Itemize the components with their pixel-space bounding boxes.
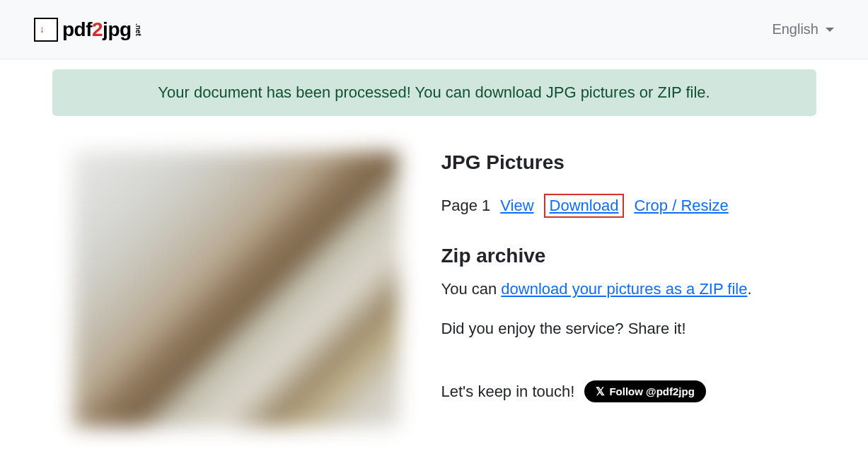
download-highlight: Download [544,194,625,218]
zip-prefix: You can [441,280,502,298]
success-alert: Your document has been processed! You ca… [52,69,816,116]
zip-heading: Zip archive [441,245,795,267]
actions-column: JPG Pictures Page 1 View Download Crop /… [441,151,795,427]
follow-label: Follow @pdf2jpg [609,385,694,397]
topbar: pdf2jpg .net English [0,0,868,59]
language-selector[interactable]: English [772,21,834,37]
jpg-heading: JPG Pictures [441,151,795,174]
touch-row: Let's keep in touch! 𝕏 Follow @pdf2jpg [441,380,795,402]
content-row: JPG Pictures Page 1 View Download Crop /… [52,144,816,455]
logo-two: 2 [92,18,103,40]
language-label: English [772,21,818,37]
x-icon: 𝕏 [596,385,605,398]
view-link[interactable]: View [500,197,533,215]
logo-jpg: jpg [103,18,132,40]
chevron-down-icon [826,28,834,32]
share-text: Did you enjoy the service? Share it! [441,320,795,338]
logo-text: pdf2jpg [62,18,132,41]
crop-resize-link[interactable]: Crop / Resize [634,197,728,215]
alert-message: Your document has been processed! You ca… [158,83,710,101]
page-row: Page 1 View Download Crop / Resize [441,194,795,218]
logo-pdf: pdf [62,18,92,40]
download-link[interactable]: Download [550,197,619,214]
preview-column [74,151,399,427]
twitter-follow-button[interactable]: 𝕏 Follow @pdf2jpg [584,380,705,402]
logo-net: .net [134,23,142,36]
main-container: Your document has been processed! You ca… [42,69,827,455]
page-label: Page 1 [441,197,491,215]
zip-download-link[interactable]: download your pictures as a ZIP file [501,280,747,298]
logo[interactable]: pdf2jpg .net [34,18,142,42]
zip-suffix: . [747,280,751,298]
pdf-icon [34,18,58,42]
preview-image[interactable] [74,151,399,427]
touch-text: Let's keep in touch! [441,383,575,401]
zip-text: You can download your pictures as a ZIP … [441,280,795,298]
